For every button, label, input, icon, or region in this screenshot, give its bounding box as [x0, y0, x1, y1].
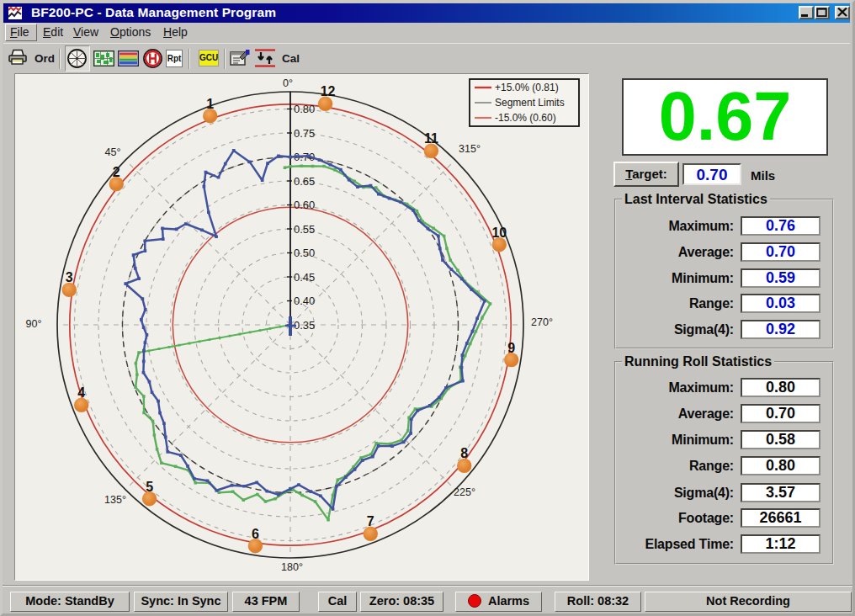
svg-text:315°: 315°	[459, 143, 481, 155]
svg-text:270°: 270°	[531, 316, 553, 328]
svg-text:+15.0% (0.81): +15.0% (0.81)	[495, 82, 559, 93]
svg-text:10: 10	[491, 226, 507, 240]
svg-text:Segment Limits: Segment Limits	[495, 97, 565, 109]
svg-text:5: 5	[146, 480, 153, 494]
svg-text:135°: 135°	[104, 494, 126, 506]
svg-text:1: 1	[206, 97, 214, 111]
svg-text:9: 9	[507, 341, 515, 355]
svg-text:11: 11	[424, 131, 438, 146]
svg-text:4: 4	[77, 385, 85, 400]
svg-text:8: 8	[460, 446, 468, 460]
svg-text:0.55: 0.55	[294, 223, 315, 236]
svg-text:180°: 180°	[281, 561, 303, 573]
svg-text:7: 7	[367, 514, 374, 528]
svg-text:45°: 45°	[105, 146, 121, 158]
svg-text:0.65: 0.65	[294, 175, 315, 188]
svg-text:0.40: 0.40	[294, 295, 315, 307]
svg-text:225°: 225°	[454, 486, 475, 498]
svg-text:0.45: 0.45	[294, 271, 315, 284]
svg-text:3: 3	[66, 270, 73, 284]
svg-text:0.35: 0.35	[294, 319, 315, 332]
svg-text:0°: 0°	[283, 77, 293, 89]
svg-text:2: 2	[113, 165, 120, 179]
svg-text:6: 6	[252, 527, 259, 541]
svg-text:0.50: 0.50	[294, 247, 315, 259]
svg-text:0.80: 0.80	[294, 103, 315, 115]
svg-text:90°: 90°	[26, 318, 42, 330]
svg-text:-15.0% (0.60): -15.0% (0.60)	[495, 112, 556, 124]
svg-text:0.60: 0.60	[294, 199, 315, 211]
svg-text:12: 12	[321, 84, 336, 98]
svg-text:0.75: 0.75	[294, 127, 315, 140]
